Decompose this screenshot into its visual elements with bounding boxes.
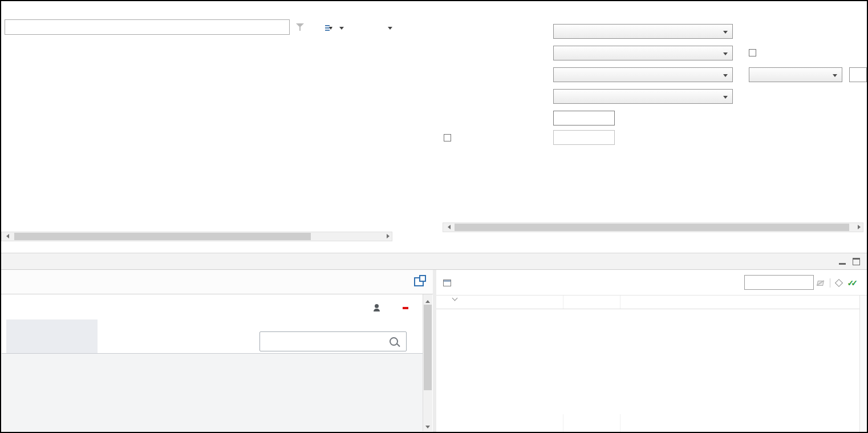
column-divider: [563, 296, 563, 309]
object-location-select[interactable]: [553, 89, 733, 104]
smartshot-panel: [1, 270, 433, 432]
chevron-down-icon: [388, 27, 392, 32]
user-action-details-panel: [439, 1, 867, 253]
think-time-row: [439, 111, 867, 126]
maximize-view-icon[interactable]: [853, 258, 860, 265]
wiki-search-box[interactable]: [259, 331, 407, 351]
objects-action-row: [439, 46, 867, 61]
vertical-scrollbar[interactable]: [423, 294, 432, 431]
properties-header: [436, 270, 867, 296]
sort-indicator-icon: [452, 296, 458, 301]
time-out-row: [439, 130, 867, 145]
view-tab-bar-controls: [839, 253, 867, 269]
horizontal-scrollbar[interactable]: [443, 222, 863, 232]
scroll-up-arrow[interactable]: [424, 296, 432, 303]
diamond-icon[interactable]: [834, 279, 842, 287]
objects-action-select[interactable]: [553, 46, 733, 60]
time-out-input: [553, 130, 615, 145]
wiki-page-body: [2, 354, 423, 431]
chevron-down-icon: [339, 27, 344, 32]
identified-by-select[interactable]: [553, 67, 733, 82]
match-operator-select[interactable]: [749, 67, 842, 82]
scroll-right-arrow[interactable]: [383, 232, 392, 241]
clear-filter-icon[interactable]: [817, 280, 824, 287]
column-divider: [620, 296, 620, 309]
column-divider: [563, 414, 563, 432]
object-location-row: [439, 89, 867, 104]
properties-panel: [436, 270, 867, 432]
step-action-buttons: [395, 1, 432, 253]
horizontal-scrollbar[interactable]: [1, 232, 392, 241]
view-tab-bar: [1, 253, 867, 270]
smartshot-header: [1, 270, 433, 294]
perform-async-option[interactable]: [749, 49, 761, 56]
view-icon: [325, 24, 332, 32]
options-menu-button[interactable]: [380, 21, 396, 35]
filter-input[interactable]: [5, 19, 290, 35]
scroll-right-arrow[interactable]: [854, 223, 863, 232]
graphic-object-select[interactable]: [553, 24, 733, 39]
scrollbar-thumb[interactable]: [455, 224, 849, 231]
properties-table-filler: [436, 414, 860, 432]
test-contents-panel: [1, 1, 435, 253]
scroll-left-arr[interactable]: [443, 223, 452, 232]
smartshot-capture: [2, 294, 432, 431]
think-time-input[interactable]: [553, 111, 615, 126]
login-link[interactable]: [403, 307, 408, 309]
app-window: [0, 0, 868, 433]
properties-filter-input[interactable]: [744, 275, 814, 290]
properties-icon: [443, 280, 451, 286]
person-icon: [373, 304, 380, 311]
scroll-down-arrow[interactable]: [424, 423, 432, 430]
column-divider: [620, 414, 620, 432]
scrollbar-thumb[interactable]: [14, 233, 311, 240]
vertical-scrollbar[interactable]: [859, 296, 867, 432]
scroll-left-arrow[interactable]: [2, 232, 11, 241]
match-value-field[interactable]: [849, 67, 867, 82]
test-contents-tree: [1, 38, 392, 230]
search-icon[interactable]: [390, 337, 398, 346]
expand-icon[interactable]: [414, 277, 424, 286]
time-out-checkbox[interactable]: [444, 134, 451, 141]
graphic-object-row: [439, 24, 867, 39]
column-name[interactable]: [449, 297, 457, 300]
scrollbar-thumb[interactable]: [424, 305, 432, 390]
wiki-logo-area: [6, 319, 98, 354]
view-menu-button[interactable]: [321, 21, 348, 35]
properties-column-header[interactable]: [436, 296, 860, 309]
double-check-icon[interactable]: [847, 278, 858, 288]
filter-icon[interactable]: [296, 23, 305, 31]
wiki-search-input[interactable]: [260, 337, 390, 346]
wiki-personal-bar: [373, 304, 408, 311]
perform-async-checkbox[interactable]: [749, 49, 756, 56]
minimize-view-icon[interactable]: [839, 258, 846, 265]
toolbar-separator: [830, 278, 830, 288]
properties-toolbar: [817, 277, 858, 289]
